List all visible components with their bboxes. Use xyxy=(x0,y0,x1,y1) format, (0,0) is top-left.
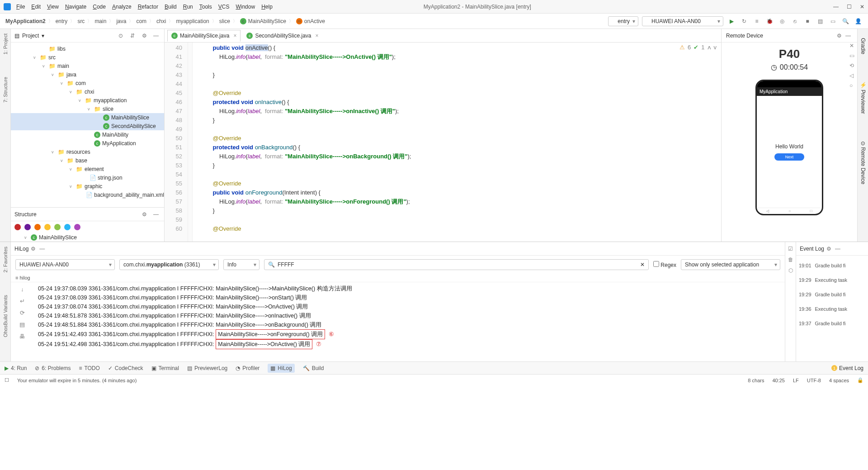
minimize-icon[interactable]: — xyxy=(833,4,839,10)
close-device-icon[interactable]: ✕ xyxy=(849,43,854,49)
filter-a-icon[interactable] xyxy=(44,224,51,230)
bug-icon[interactable]: 🐞 xyxy=(765,17,774,26)
tree-item[interactable]: v📁chxi xyxy=(11,87,164,96)
gear-icon[interactable]: ⚙ xyxy=(140,210,149,219)
menu-vcs[interactable]: VCS xyxy=(218,4,230,10)
breadcrumb-item[interactable]: main xyxy=(94,18,106,24)
expand-icon[interactable]: ⇵ xyxy=(128,31,137,40)
stop-icon[interactable]: ■ xyxy=(803,17,812,26)
tool-profiler[interactable]: ◔ Profiler xyxy=(236,365,259,371)
tree-item[interactable]: cMainAbilitySlice xyxy=(11,113,164,122)
code-content[interactable]: public void onActive() { HiLog.info(labe… xyxy=(193,43,721,242)
print-icon[interactable]: 🖶 xyxy=(19,332,25,341)
device-filter[interactable]: HUAWEI ANA-AN00 xyxy=(15,259,115,270)
project-struct-icon[interactable]: ▤ xyxy=(816,17,825,26)
gradle-tab[interactable]: Gradle xyxy=(860,38,866,54)
breadcrumb-item[interactable]: slice xyxy=(219,18,230,24)
hide-icon[interactable]: — xyxy=(844,31,853,40)
lock-icon[interactable]: 🔒 xyxy=(857,377,863,383)
menu-build[interactable]: Build xyxy=(165,4,177,10)
tree-item[interactable]: 📄string.json xyxy=(11,173,164,182)
tree-item[interactable]: v📁myapplication xyxy=(11,96,164,104)
tree-item[interactable]: v📁resources xyxy=(11,147,164,156)
status-indent[interactable]: 4 spaces xyxy=(829,378,849,383)
structure-root[interactable]: v c MainAbilitySlice xyxy=(11,233,164,242)
event-row[interactable]: 19:36Executing task xyxy=(796,302,868,316)
breadcrumb-item[interactable]: cMainAbilitySlice xyxy=(240,18,286,24)
menu-file[interactable]: File xyxy=(16,4,25,10)
hide-icon[interactable]: — xyxy=(833,244,842,253)
ohos-variants-tab[interactable]: OhosBuild Variants xyxy=(3,295,8,337)
menu-edit[interactable]: Edit xyxy=(31,4,41,10)
target-icon[interactable]: ⊙ xyxy=(116,31,125,40)
process-filter[interactable]: com.chxi.myapplication (3361) xyxy=(119,259,219,270)
screenshot-icon[interactable]: ▭ xyxy=(849,52,854,59)
log-search[interactable]: 🔍 FFFFF ✕ xyxy=(264,259,649,270)
tool-project-tab[interactable]: 1: Project xyxy=(3,33,8,54)
tool-eventlog[interactable]: 1 Event Log xyxy=(831,365,863,371)
tree-item[interactable]: 📄background_ability_main.xml xyxy=(11,190,164,199)
hide-icon[interactable]: — xyxy=(151,210,160,219)
remote-device-tab[interactable]: ⊙ Remote Device xyxy=(860,141,866,184)
close-icon[interactable]: ✕ xyxy=(860,4,864,10)
next-button[interactable]: Next xyxy=(774,153,805,161)
hex-icon[interactable]: ⬡ xyxy=(788,267,793,274)
sort-icon[interactable] xyxy=(14,224,21,230)
previewer-tab[interactable]: ⚡ Previewer xyxy=(860,81,866,114)
breadcrumb-item[interactable]: java xyxy=(116,18,126,24)
menu-refactor[interactable]: Refactor xyxy=(138,4,158,10)
profile-icon[interactable]: ◎ xyxy=(778,17,787,26)
editor-tab[interactable]: cSecondAbilitySlice.java× xyxy=(242,30,322,42)
home-icon[interactable]: ○ xyxy=(849,82,854,89)
gear-icon[interactable]: ⚙ xyxy=(140,31,149,40)
tree-item[interactable]: v📁com xyxy=(11,79,164,87)
status-icon[interactable]: ☐ xyxy=(5,377,9,383)
menu-help[interactable]: Help xyxy=(261,4,273,10)
status-le[interactable]: LF xyxy=(793,378,799,383)
tree-item[interactable]: cMyApplication xyxy=(11,139,164,147)
debug-icon[interactable]: ≡ xyxy=(752,17,761,26)
regex-checkbox[interactable]: Regex xyxy=(653,261,676,268)
sync-icon[interactable]: ▭ xyxy=(828,17,837,26)
menu-navigate[interactable]: Navigate xyxy=(65,4,86,10)
tool-terminal[interactable]: ▣ Terminal xyxy=(151,365,179,371)
nav-back-icon[interactable]: ◁ xyxy=(766,209,769,213)
tree-item[interactable]: v📁graphic xyxy=(11,182,164,190)
scroll-end-icon[interactable]: ↓ xyxy=(21,285,24,294)
menu-tools[interactable]: Tools xyxy=(199,4,212,10)
filter-p-icon[interactable] xyxy=(24,224,31,230)
breadcrumb-item[interactable]: MyApplication2 xyxy=(5,18,46,24)
filter-f-icon[interactable] xyxy=(34,224,41,230)
editor-tab[interactable]: cMainAbilitySlice.java× xyxy=(167,30,241,42)
back-icon[interactable]: ◁ xyxy=(849,72,854,79)
attach-icon[interactable]: ⎋ xyxy=(790,17,799,26)
menu-window[interactable]: Window xyxy=(236,4,255,10)
tool-todo[interactable]: ≡ TODO xyxy=(79,365,99,371)
filter-icon[interactable]: ▤ xyxy=(19,320,25,329)
event-row[interactable]: 19:29Gradle build fi xyxy=(796,287,868,302)
dropdown-icon[interactable]: ▾ xyxy=(42,33,44,39)
breadcrumb-item[interactable]: monActive xyxy=(296,18,325,24)
app-filter[interactable]: Show only selected application xyxy=(681,259,780,270)
structure-title[interactable]: Structure xyxy=(14,211,37,218)
maximize-icon[interactable]: ☐ xyxy=(847,4,852,10)
tree-item[interactable]: v📁src xyxy=(11,53,164,62)
menu-analyze[interactable]: Analyze xyxy=(112,4,132,10)
tool-run[interactable]: ▶4: Run xyxy=(5,365,27,371)
down-icon[interactable]: v xyxy=(714,44,717,51)
gear-icon[interactable]: ⚙ xyxy=(28,244,38,253)
tree-item[interactable]: v📁slice xyxy=(11,104,164,113)
breadcrumb-item[interactable]: src xyxy=(77,18,85,24)
rotate-left-icon[interactable]: ⟲ xyxy=(849,62,854,69)
breadcrumb-item[interactable]: entry xyxy=(56,18,68,24)
hilog-body[interactable]: ↓ ↵ ⟳ ▤ 🖶 05-24 19:37:08.039 3361-3361/c… xyxy=(11,282,785,361)
close-tab-icon[interactable]: × xyxy=(315,33,318,39)
rerun-icon[interactable]: ↻ xyxy=(740,17,749,26)
trash-icon[interactable]: 🗑 xyxy=(788,256,793,263)
breadcrumb-item[interactable]: chxi xyxy=(156,18,166,24)
breadcrumb-item[interactable]: myapplication xyxy=(176,18,209,24)
level-filter[interactable]: Info xyxy=(223,259,259,270)
tool-previewerlog[interactable]: ▤ PreviewerLog xyxy=(187,365,227,371)
code-area[interactable]: 4041424344454647484950515253545556575859… xyxy=(165,43,721,242)
tree-item[interactable]: v📁element xyxy=(11,165,164,173)
